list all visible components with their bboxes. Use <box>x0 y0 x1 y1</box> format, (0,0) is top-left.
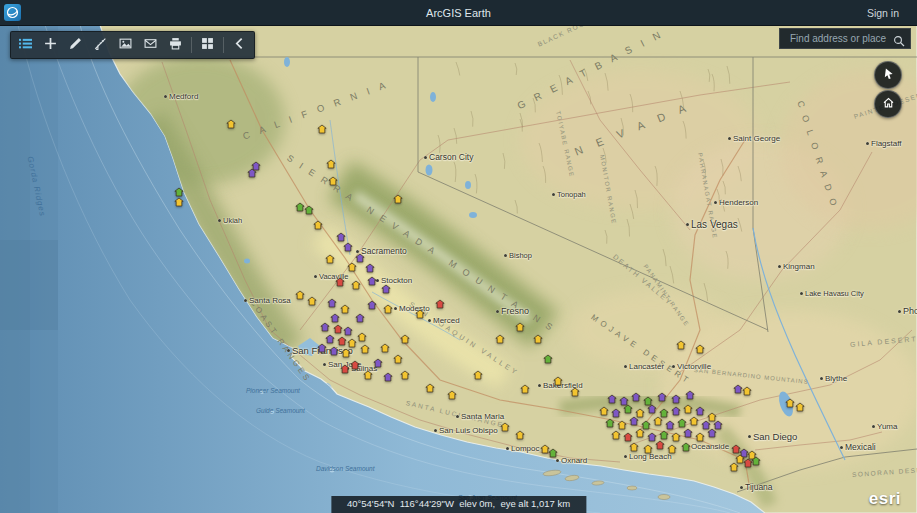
house-placemark[interactable] <box>330 313 340 323</box>
basemap-button[interactable] <box>195 34 220 56</box>
house-placemark[interactable] <box>435 299 445 309</box>
house-placemark[interactable] <box>351 280 361 290</box>
house-placemark[interactable] <box>400 370 410 380</box>
sign-in-button[interactable]: Sign in <box>867 7 899 19</box>
add-data-button[interactable] <box>38 34 63 56</box>
house-placemark[interactable] <box>357 332 367 342</box>
house-placemark[interactable] <box>425 383 435 393</box>
search-icon[interactable] <box>893 33 905 45</box>
house-placemark[interactable] <box>543 354 553 364</box>
house-placemark[interactable] <box>343 326 353 336</box>
house-placemark[interactable] <box>373 358 383 368</box>
house-placemark[interactable] <box>599 406 609 416</box>
house-placemark[interactable] <box>643 444 653 454</box>
house-placemark[interactable] <box>685 390 695 400</box>
email-button[interactable] <box>138 34 163 56</box>
house-placemark[interactable] <box>313 220 323 230</box>
house-placemark[interactable] <box>623 432 633 442</box>
house-placemark[interactable] <box>400 334 410 344</box>
house-placemark[interactable] <box>671 394 681 404</box>
house-placemark[interactable] <box>681 442 691 452</box>
house-placemark[interactable] <box>533 334 543 344</box>
house-placemark[interactable] <box>729 462 739 472</box>
house-placemark[interactable] <box>665 420 675 430</box>
house-placemark[interactable] <box>333 324 343 334</box>
house-placemark[interactable] <box>695 432 705 442</box>
house-placemark[interactable] <box>325 254 335 264</box>
search-input[interactable] <box>788 32 893 45</box>
house-placemark[interactable] <box>473 370 483 380</box>
house-placemark[interactable] <box>393 194 403 204</box>
house-placemark[interactable] <box>515 322 525 332</box>
house-placemark[interactable] <box>659 430 669 440</box>
house-placemark[interactable] <box>683 428 693 438</box>
house-placemark[interactable] <box>553 376 563 386</box>
house-placemark[interactable] <box>695 406 705 416</box>
house-placemark[interactable] <box>381 284 391 294</box>
house-placemark[interactable] <box>393 354 403 364</box>
screenshot-button[interactable] <box>113 34 138 56</box>
house-placemark[interactable] <box>317 124 327 134</box>
house-placemark[interactable] <box>742 386 752 396</box>
house-placemark[interactable] <box>317 343 327 353</box>
house-placemark[interactable] <box>655 440 665 450</box>
house-placemark[interactable] <box>341 348 351 358</box>
house-placemark[interactable] <box>689 416 699 426</box>
house-placemark[interactable] <box>683 404 693 414</box>
sketch-button[interactable] <box>63 34 88 56</box>
house-placemark[interactable] <box>607 394 617 404</box>
house-placemark[interactable] <box>635 428 645 438</box>
house-placemark[interactable] <box>617 420 627 430</box>
house-placemark[interactable] <box>326 159 336 169</box>
measure-button[interactable] <box>88 34 113 56</box>
collapse-toolbar-button[interactable] <box>227 34 252 56</box>
house-placemark[interactable] <box>785 398 795 408</box>
house-placemark[interactable] <box>335 277 345 287</box>
house-placemark[interactable] <box>629 442 639 452</box>
house-placemark[interactable] <box>667 444 677 454</box>
house-placemark[interactable] <box>347 338 357 348</box>
house-placemark[interactable] <box>174 187 184 197</box>
house-placemark[interactable] <box>677 418 687 428</box>
house-placemark[interactable] <box>365 263 375 273</box>
house-placemark[interactable] <box>226 119 236 129</box>
house-placemark[interactable] <box>570 387 580 397</box>
house-placemark[interactable] <box>304 205 314 215</box>
house-placemark[interactable] <box>329 346 339 356</box>
table-of-contents-button[interactable] <box>13 34 38 56</box>
house-placemark[interactable] <box>340 364 350 374</box>
house-placemark[interactable] <box>383 304 393 314</box>
house-placemark[interactable] <box>307 296 317 306</box>
house-placemark[interactable] <box>320 322 330 332</box>
house-placemark[interactable] <box>367 300 377 310</box>
house-placemark[interactable] <box>415 309 425 319</box>
house-placemark[interactable] <box>629 416 639 426</box>
house-placemark[interactable] <box>548 448 558 458</box>
house-placemark[interactable] <box>295 290 305 300</box>
house-placemark[interactable] <box>671 406 681 416</box>
house-placemark[interactable] <box>657 392 667 402</box>
house-placemark[interactable] <box>347 262 357 272</box>
map-viewport[interactable]: C A L I F O R N I ASIERRA NEVADA MOUNTAI… <box>0 25 917 513</box>
house-placemark[interactable] <box>327 298 337 308</box>
house-placemark[interactable] <box>380 343 390 353</box>
house-placemark[interactable] <box>631 392 641 402</box>
house-placemark[interactable] <box>647 404 657 414</box>
home-view-button[interactable] <box>874 90 902 118</box>
house-placemark[interactable] <box>340 304 350 314</box>
house-placemark[interactable] <box>515 430 525 440</box>
house-placemark[interactable] <box>360 344 370 354</box>
house-placemark[interactable] <box>174 197 184 207</box>
house-placemark[interactable] <box>500 422 510 432</box>
house-placemark[interactable] <box>611 430 621 440</box>
house-placemark[interactable] <box>713 420 723 430</box>
house-placemark[interactable] <box>355 313 365 323</box>
house-placemark[interactable] <box>676 340 686 350</box>
house-placemark[interactable] <box>363 370 373 380</box>
house-placemark[interactable] <box>623 404 633 414</box>
house-placemark[interactable] <box>495 334 505 344</box>
house-placemark[interactable] <box>447 390 457 400</box>
house-placemark[interactable] <box>611 408 621 418</box>
house-placemark[interactable] <box>383 372 393 382</box>
house-placemark[interactable] <box>605 418 615 428</box>
